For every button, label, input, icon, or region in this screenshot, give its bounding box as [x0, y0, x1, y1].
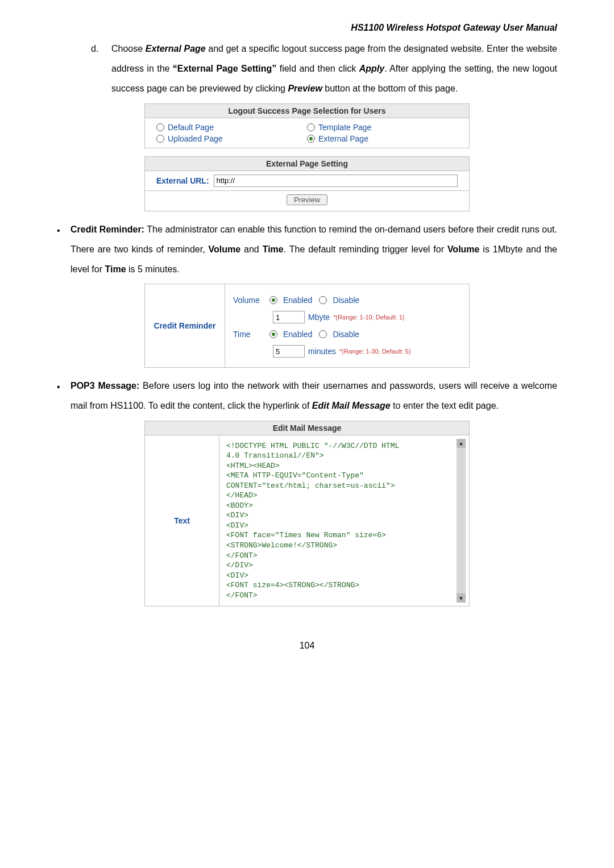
term-volume: Volume [447, 244, 480, 254]
logout-success-panel: Logout Success Page Selection for Users … [144, 103, 470, 148]
mail-textarea[interactable]: <!DOCTYPE HTML PUBLIC "-//W3C//DTD HTML … [223, 439, 466, 603]
time-input[interactable]: 5 [273, 345, 305, 358]
term-preview: Preview [288, 84, 322, 93]
text: field and then click [276, 64, 359, 73]
radio-icon [307, 135, 315, 143]
page-number: 104 [57, 641, 557, 651]
radio-label: External Page [318, 134, 368, 143]
panel-title: Edit Mail Message [145, 421, 469, 435]
panel-title: Logout Success Page Selection for Users [145, 104, 469, 118]
term-time: Time [105, 264, 126, 274]
term-volume: Volume [209, 244, 241, 254]
radio-icon [156, 123, 164, 131]
volume-label: Volume [233, 296, 269, 305]
radio-enabled-label: Enabled [283, 296, 312, 305]
text: to enter the text edit page. [391, 401, 499, 410]
external-url-input[interactable]: http:// [214, 175, 458, 187]
radio-default-page[interactable]: Default Page [156, 122, 307, 133]
radio-icon[interactable] [319, 330, 327, 338]
credit-reminder-box: Credit Reminder Volume Enabled Disable 1… [144, 284, 470, 368]
radio-icon [156, 135, 164, 143]
radio-template-page[interactable]: Template Page [307, 122, 458, 133]
term-apply: Apply [359, 64, 384, 73]
term-time: Time [263, 244, 284, 254]
time-label: Time [233, 330, 269, 339]
time-range-note: *(Range: 1-30; Default: 5) [339, 348, 410, 355]
radio-enabled-label: Enabled [283, 330, 312, 339]
bullet-credit-reminder: • Credit Reminder: The administrator can… [57, 219, 557, 280]
preview-button[interactable]: Preview [287, 194, 327, 205]
term-external-page: External Page [146, 44, 206, 53]
radio-label: Template Page [318, 123, 371, 132]
radio-label: Uploaded Page [168, 134, 223, 143]
radio-icon[interactable] [269, 296, 277, 304]
term-external-page-setting: “External Page Setting” [173, 64, 276, 73]
page-header-title: HS1100 Wireless Hotspot Gateway User Man… [57, 23, 557, 33]
radio-icon[interactable] [269, 330, 277, 338]
radio-icon[interactable] [319, 296, 327, 304]
text: button at the bottom of this page. [322, 84, 458, 93]
heading-credit-reminder: Credit Reminder: [70, 225, 144, 234]
text: is 5 minutes. [126, 264, 180, 274]
bullet-pop3-message: • POP3 Message: Before users log into th… [57, 376, 557, 416]
volume-unit: Mbyte [308, 313, 330, 322]
external-page-setting-panel: External Page Setting External URL: http… [144, 156, 470, 211]
radio-label: Default Page [168, 123, 214, 132]
text: . The default reminding trigger level fo… [284, 244, 447, 254]
external-url-label: External URL: [156, 176, 209, 185]
time-unit: minutes [308, 347, 336, 356]
scroll-up-icon[interactable]: ▲ [457, 439, 466, 448]
bullet-icon: • [57, 376, 70, 397]
link-edit-mail-message: Edit Mail Message [312, 401, 391, 410]
bullet-icon: • [57, 219, 70, 240]
radio-disable-label: Disable [333, 296, 359, 305]
radio-uploaded-page[interactable]: Uploaded Page [156, 133, 307, 144]
volume-input[interactable]: 1 [273, 311, 305, 323]
list-item-d: d. Choose External Page and get a specif… [91, 39, 557, 99]
text: and [240, 244, 262, 254]
heading-pop3-message: POP3 Message: [70, 381, 139, 391]
text: Choose [111, 44, 146, 53]
list-letter: d. [91, 39, 111, 59]
radio-external-page[interactable]: External Page [307, 133, 458, 144]
radio-icon [307, 123, 315, 131]
mail-text-label: Text [145, 435, 219, 607]
edit-mail-message-box: Edit Mail Message Text <!DOCTYPE HTML PU… [144, 421, 470, 607]
volume-range-note: *(Range: 1-10; Default: 1) [333, 314, 404, 321]
panel-title: External Page Setting [145, 157, 469, 171]
scroll-down-icon[interactable]: ▼ [457, 593, 466, 603]
credit-reminder-rowlabel: Credit Reminder [145, 284, 225, 367]
radio-disable-label: Disable [333, 330, 359, 339]
